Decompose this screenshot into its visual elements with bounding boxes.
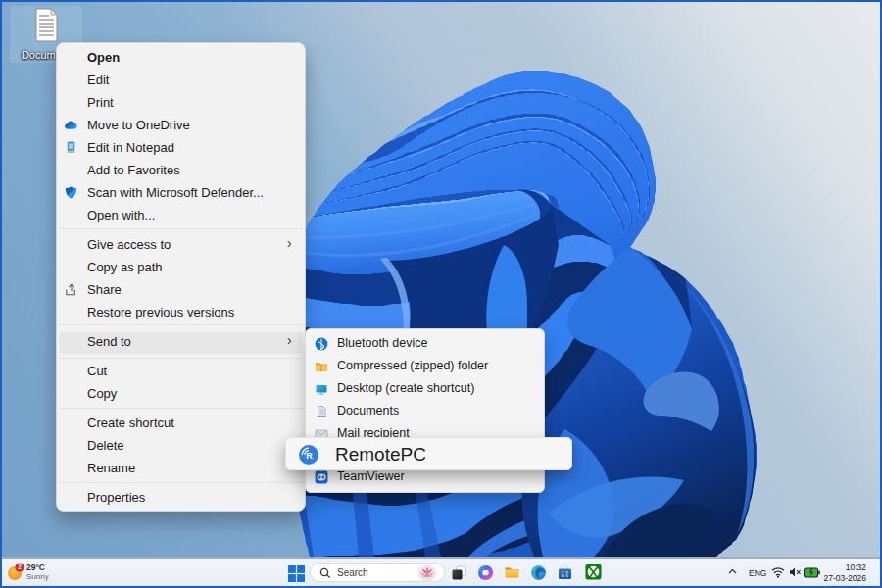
- svg-text:R: R: [306, 451, 313, 461]
- svg-text:2: 2: [18, 564, 22, 570]
